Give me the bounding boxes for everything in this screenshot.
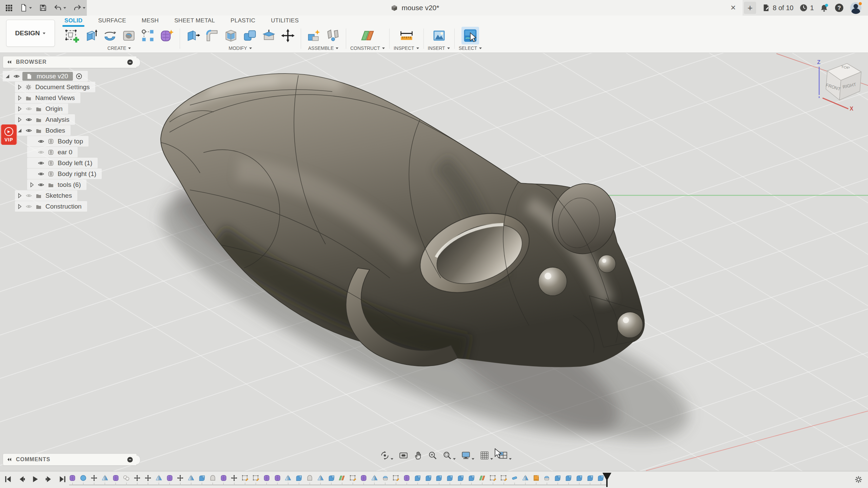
timeline-feature-sketch[interactable] [348, 472, 358, 483]
shell-button[interactable] [222, 27, 240, 44]
avatar[interactable] [850, 2, 862, 14]
tree-row[interactable]: Document Settings [15, 82, 95, 92]
tree-row[interactable]: tools (6) [27, 179, 86, 190]
comments-header[interactable]: COMMENTS [3, 453, 137, 466]
timeline-feature-mirror[interactable] [369, 472, 380, 483]
timeline-feature-combine[interactable] [455, 472, 466, 483]
timeline-feature-mirror[interactable] [315, 472, 326, 483]
timeline-feature-mirror[interactable] [186, 472, 197, 483]
display-tool-button[interactable] [460, 450, 476, 461]
tree-row[interactable]: Body right (1) [27, 169, 102, 179]
group-label-insert[interactable]: INSERT [428, 45, 450, 51]
tree-row[interactable]: Analysis [15, 114, 75, 125]
timeline-feature-form[interactable] [67, 472, 78, 483]
split-body-button[interactable] [260, 27, 278, 44]
construction-plane-button[interactable] [359, 27, 376, 44]
timeline-feature-combine[interactable] [574, 472, 585, 483]
timeline-feature-pill[interactable] [509, 472, 520, 483]
group-label-inspect[interactable]: INSPECT [394, 45, 419, 51]
timeline-feature-form[interactable] [261, 472, 272, 483]
move-button[interactable] [279, 27, 297, 44]
tree-row[interactable]: Body top [27, 136, 88, 147]
view-cube[interactable]: Z X TOP FRONT RIGHT [813, 53, 868, 111]
expander-closed-icon[interactable] [15, 117, 24, 122]
timeline-feature-form[interactable] [401, 472, 412, 483]
timeline-feature-combine[interactable] [466, 472, 477, 483]
timeline-feature-mirror[interactable] [520, 472, 531, 483]
revolve-button[interactable] [101, 27, 119, 44]
timeline-feature-plane[interactable] [337, 472, 348, 483]
lookat-tool-button[interactable] [398, 450, 409, 461]
timeline-feature-sketch[interactable] [251, 472, 261, 483]
timeline-feature-grayform[interactable] [207, 472, 218, 483]
undo-icon[interactable] [54, 4, 66, 12]
combine-button[interactable] [241, 27, 259, 44]
visibility-eye-on-icon[interactable] [36, 171, 46, 177]
timeline-feature-mirror[interactable] [283, 472, 294, 483]
tree-row[interactable]: Body left (1) [27, 158, 98, 168]
timeline-feature-sketch[interactable] [391, 472, 401, 483]
timeline-feature-form[interactable] [358, 472, 369, 483]
timeline-feature-form[interactable] [272, 472, 283, 483]
tree-row[interactable]: Construction [15, 201, 87, 212]
browser-header[interactable]: BROWSER [3, 56, 137, 68]
timeline-feature-combine[interactable] [423, 472, 434, 483]
orbit-tool-button[interactable] [379, 450, 395, 461]
timeline-feature-form[interactable] [164, 472, 175, 483]
versions-indicator[interactable]: 8 of 10 [762, 3, 793, 12]
timeline-feature-move[interactable] [132, 472, 143, 483]
timeline-feature-sphere[interactable] [78, 472, 89, 483]
timeline-feature-sketch[interactable] [240, 472, 251, 483]
timeline-feature-combine[interactable] [294, 472, 304, 483]
timeline-feature-move[interactable] [229, 472, 240, 483]
visibility-eye-on-icon[interactable] [36, 181, 46, 188]
timeline-feature-circles[interactable] [121, 472, 132, 483]
timeline-feature-combine[interactable] [585, 472, 595, 483]
help-icon[interactable]: ? [834, 3, 844, 13]
timeline-feature-combine[interactable] [434, 472, 445, 483]
timeline-feature-move[interactable] [89, 472, 100, 483]
app-grid-icon[interactable] [5, 4, 13, 12]
expander-closed-icon[interactable] [15, 95, 24, 101]
group-label-construct[interactable]: CONSTRUCT [350, 45, 385, 51]
timeline-feature-sketch[interactable] [498, 472, 509, 483]
measure-button[interactable] [398, 27, 415, 44]
visibility-eye-on-icon[interactable] [24, 116, 34, 123]
timeline-feature-combine[interactable] [445, 472, 455, 483]
tree-row[interactable]: mouse v20 [3, 71, 88, 81]
extrude-button[interactable] [82, 27, 100, 44]
group-label-create[interactable]: CREATE [107, 45, 132, 51]
group-label-assemble[interactable]: ASSEMBLE [308, 45, 339, 51]
fillet-button[interactable] [203, 27, 221, 44]
timeline-feature-form[interactable] [218, 472, 229, 483]
new-tab-button[interactable]: + [744, 2, 756, 14]
tab-mesh[interactable]: MESH [141, 16, 159, 27]
visibility-eye-off-icon[interactable] [24, 105, 34, 112]
group-label-modify[interactable]: MODIFY [229, 45, 252, 51]
new-component-button[interactable] [305, 27, 323, 44]
workspace-selector[interactable]: DESIGN [6, 20, 55, 47]
collapse-panel-icon[interactable] [6, 59, 12, 65]
timeline-feature-combine[interactable] [595, 472, 606, 483]
expander-closed-icon[interactable] [27, 182, 36, 188]
timeline-feature-form[interactable] [110, 472, 121, 483]
file-icon[interactable] [20, 4, 32, 12]
tab-plastic[interactable]: PLASTIC [230, 16, 256, 27]
timeline-feature-mirror[interactable] [153, 472, 164, 483]
tree-row[interactable]: Bodies [15, 125, 71, 136]
hole-button[interactable] [120, 27, 138, 44]
create-form-button[interactable] [158, 27, 176, 44]
fit-tool-button[interactable] [441, 450, 457, 461]
panel-options-icon[interactable] [127, 59, 133, 65]
visibility-eye-on-icon[interactable] [24, 127, 34, 134]
timeline-feature-loft[interactable] [380, 472, 391, 483]
redo-icon[interactable] [73, 4, 86, 12]
viewport-3d[interactable]: BROWSER mouse v20Document SettingsNamed … [0, 53, 868, 471]
visibility-eye-on-icon[interactable] [12, 73, 22, 80]
expander-closed-icon[interactable] [15, 203, 24, 209]
timeline-feature-combine[interactable] [197, 472, 208, 483]
timeline-feature-combine[interactable] [412, 472, 423, 483]
group-label-select[interactable]: SELECT [459, 45, 482, 51]
zoom-tool-button[interactable] [427, 450, 438, 461]
expander-closed-icon[interactable] [15, 106, 24, 112]
